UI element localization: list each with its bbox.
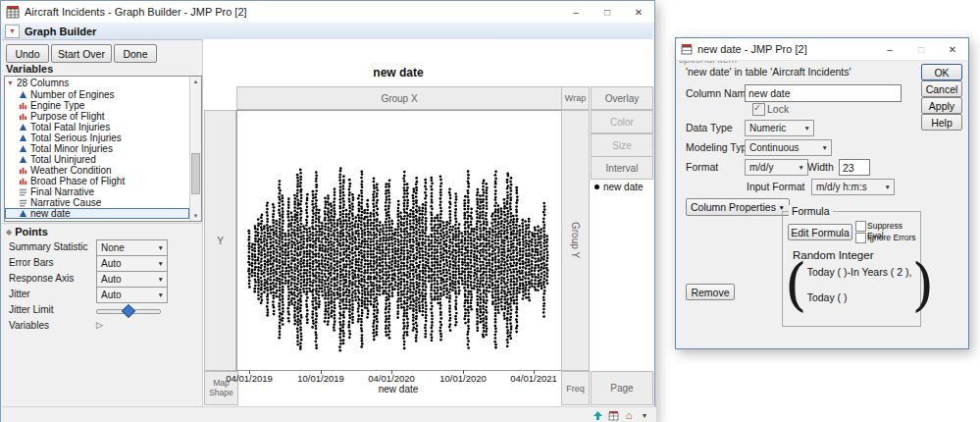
column-name-input[interactable]: new date (745, 84, 902, 102)
variable-item[interactable]: Total Serious Injuries (5, 132, 189, 143)
variable-label: new date (30, 208, 71, 219)
home-icon[interactable]: ⌂ (621, 408, 637, 422)
minimize-icon[interactable]: – (874, 39, 905, 60)
scroll-down-icon[interactable]: ▼ (190, 211, 201, 221)
jitter-limit-slider[interactable] (96, 306, 161, 316)
dropdown-caret-icon[interactable]: ▼ (637, 408, 652, 422)
width-input[interactable]: 23 (839, 159, 870, 176)
variable-item[interactable]: Number of Engines (5, 89, 189, 100)
slider-thumb[interactable] (122, 304, 135, 318)
group-x-zone[interactable]: Group X (236, 86, 562, 110)
edit-formula-button[interactable]: Edit Formula (788, 224, 852, 240)
freq-zone[interactable]: Freq (561, 371, 590, 405)
variable-item[interactable]: Narrative Cause (5, 197, 189, 208)
error-bars-dropdown[interactable]: Auto▼ (96, 255, 168, 272)
variable-item[interactable]: Final Narrative (5, 186, 189, 197)
formula-expression: ( Today ( )-In Years ( 2 ), Today ( ) ) (785, 259, 934, 310)
y-zone[interactable]: Y (204, 110, 236, 371)
nominal-icon (19, 101, 27, 110)
remove-button[interactable]: Remove (686, 284, 735, 300)
main-titlebar[interactable]: Aircraft Incidents - Graph Builder - JMP… (1, 1, 654, 24)
dropdown-value: None (101, 242, 125, 253)
variable-item[interactable]: Engine Type (5, 100, 189, 111)
modeling-type-dropdown[interactable]: Continuous▼ (745, 139, 832, 156)
red-triangle-icon[interactable]: ▼ (5, 25, 20, 38)
close-paren: ) (911, 259, 934, 310)
nominal-icon (19, 112, 27, 121)
x-tick-label: 10/01/2020 (439, 373, 487, 384)
interval-zone[interactable]: Interval (591, 156, 653, 180)
variable-item[interactable]: Total Uninjured (5, 154, 189, 165)
dialog-subtitle: 'new date' in table 'Aircraft Incidents' (686, 66, 851, 78)
dropdown-value: Auto (101, 258, 122, 269)
ok-button[interactable]: OK (921, 64, 962, 80)
plot-area[interactable] (236, 110, 562, 371)
continuous-icon (19, 123, 27, 132)
expand-triangle-icon[interactable]: ▷ (96, 320, 103, 330)
suppress-eval-checkbox[interactable] (855, 221, 866, 232)
maximize-icon[interactable]: □ (905, 39, 937, 60)
minimize-icon[interactable]: – (560, 2, 592, 23)
column-info-dialog: new date - JMP Pro [2] – □ ✕ 'new date' … (675, 37, 969, 349)
undo-button[interactable]: Undo (6, 44, 49, 63)
lock-checkbox[interactable] (752, 103, 765, 116)
chevron-down-icon: ▼ (779, 204, 785, 211)
close-icon[interactable]: ✕ (623, 2, 654, 23)
close-icon[interactable]: ✕ (937, 39, 968, 60)
variable-item[interactable]: Total Minor Injuries (5, 143, 189, 154)
x-tick-label: 04/01/2020 (368, 373, 415, 384)
format-dropdown[interactable]: m/d/y▼ (745, 159, 808, 176)
up-arrow-icon[interactable] (590, 408, 605, 422)
columns-list[interactable]: ▼ 28 Columns Number of Engines Engine Ty… (4, 76, 202, 222)
scatter-plot-canvas[interactable] (237, 111, 559, 368)
variable-item-selected[interactable]: new date (5, 208, 189, 219)
continuous-icon (19, 155, 27, 164)
red-triangle-icon[interactable]: ▼ (7, 79, 14, 86)
legend-item[interactable]: new date (594, 182, 644, 192)
variables-header: Variables (6, 63, 53, 75)
ignore-errors-checkbox[interactable] (855, 233, 866, 243)
data-table-icon[interactable] (605, 408, 621, 422)
input-format-dropdown[interactable]: m/d/y h:m:s▼ (811, 179, 895, 195)
variable-item[interactable]: Total Fatal Injuries (5, 122, 189, 132)
overlay-zone[interactable]: Overlay (591, 86, 653, 110)
graph-title[interactable]: new date (236, 66, 560, 79)
scroll-up-icon[interactable]: ▲ (190, 77, 201, 86)
group-y-zone[interactable]: Group Y (561, 110, 590, 371)
column-properties-button[interactable]: Column Properties▼ (686, 198, 790, 216)
maximize-icon[interactable]: □ (592, 2, 623, 23)
zone-label: Color (610, 117, 634, 128)
jitter-dropdown[interactable]: Auto▼ (96, 287, 168, 303)
cancel-button[interactable]: Cancel (921, 80, 962, 97)
list-scrollbar[interactable]: ▲ ▼ (189, 77, 201, 221)
ignore-errors-label: Ignore Errors (867, 233, 916, 242)
columns-group-label: 28 Columns (17, 78, 69, 88)
x-axis[interactable]: 04/01/2019 10/01/2019 04/01/2020 10/01/2… (236, 370, 560, 383)
dialog-titlebar[interactable]: new date - JMP Pro [2] – □ ✕ (676, 38, 968, 61)
zone-label: Interval (606, 163, 639, 174)
apply-button[interactable]: Apply (921, 97, 962, 114)
help-button[interactable]: Help (921, 114, 962, 131)
open-paren: ( (785, 259, 807, 310)
points-variables-label: Variables (9, 320, 49, 331)
done-button[interactable]: Done (114, 44, 157, 63)
variable-item[interactable]: Purpose of Flight (5, 111, 189, 122)
start-over-button[interactable]: Start Over (51, 44, 112, 63)
disclosure-diamond-icon[interactable]: ◆ (6, 228, 12, 237)
chevron-down-icon: ▼ (158, 260, 164, 267)
page-zone[interactable]: Page (591, 371, 653, 405)
summary-statistic-dropdown[interactable]: None▼ (96, 239, 168, 256)
dialog-title: new date - JMP Pro [2] (697, 43, 874, 55)
wrap-zone[interactable]: Wrap (561, 86, 590, 110)
response-axis-dropdown[interactable]: Auto▼ (96, 271, 168, 288)
columns-group-row[interactable]: ▼ 28 Columns (5, 77, 201, 89)
variable-item[interactable]: Weather Condition (5, 165, 189, 176)
chevron-down-icon: ▼ (158, 276, 164, 283)
color-zone[interactable]: Color (591, 110, 653, 133)
variable-item[interactable]: Broad Phase of Flight (5, 176, 189, 186)
points-section-header[interactable]: ◆ Points (2, 223, 201, 239)
size-zone[interactable]: Size (591, 133, 653, 157)
scroll-thumb[interactable] (191, 153, 200, 194)
data-type-dropdown[interactable]: Numeric▼ (745, 120, 814, 136)
x-axis-title[interactable]: new date (236, 384, 560, 395)
